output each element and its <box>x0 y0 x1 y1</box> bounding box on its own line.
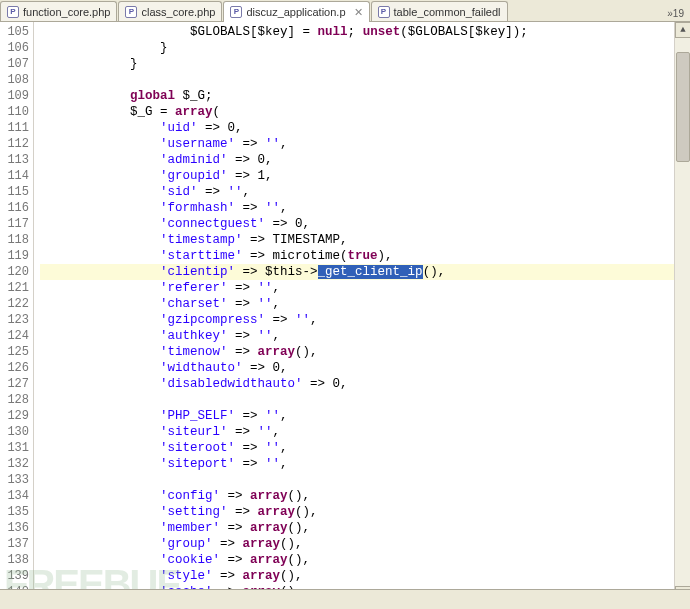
line-number: 116 <box>2 200 29 216</box>
code-line[interactable]: 'sid' => '', <box>40 184 690 200</box>
line-number: 113 <box>2 152 29 168</box>
code-line[interactable]: 'widthauto' => 0, <box>40 360 690 376</box>
code-line[interactable]: 'config' => array(), <box>40 488 690 504</box>
code-line[interactable] <box>40 392 690 408</box>
code-line[interactable]: 'connectguest' => 0, <box>40 216 690 232</box>
line-number: 122 <box>2 296 29 312</box>
code-line[interactable]: 'clientip' => $this->_get_client_ip(), <box>40 264 690 280</box>
selected-text[interactable]: _get_client_ip <box>318 265 423 279</box>
line-number: 125 <box>2 344 29 360</box>
line-number: 135 <box>2 504 29 520</box>
tab-class-core[interactable]: P class_core.php <box>118 1 222 21</box>
code-line[interactable]: $GLOBALS[$key] = null; unset($GLOBALS[$k… <box>40 24 690 40</box>
code-line[interactable]: 'username' => '', <box>40 136 690 152</box>
line-number: 139 <box>2 568 29 584</box>
code-line[interactable]: 'style' => array(), <box>40 568 690 584</box>
scrollbar-thumb[interactable] <box>676 52 690 162</box>
line-number: 105 <box>2 24 29 40</box>
code-area[interactable]: $GLOBALS[$key] = null; unset($GLOBALS[$k… <box>34 22 690 602</box>
line-number: 131 <box>2 440 29 456</box>
line-number-gutter: 1051061071081091101111121131141151161171… <box>0 22 34 602</box>
code-line[interactable]: 'group' => array(), <box>40 536 690 552</box>
scroll-up-icon[interactable]: ▲ <box>675 22 690 38</box>
line-number: 110 <box>2 104 29 120</box>
line-number: 112 <box>2 136 29 152</box>
code-line[interactable]: 'setting' => array(), <box>40 504 690 520</box>
line-number: 136 <box>2 520 29 536</box>
line-number: 134 <box>2 488 29 504</box>
line-number: 108 <box>2 72 29 88</box>
tab-label: function_core.php <box>23 6 110 18</box>
code-line[interactable]: 'starttime' => microtime(true), <box>40 248 690 264</box>
code-line[interactable]: global $_G; <box>40 88 690 104</box>
line-number: 128 <box>2 392 29 408</box>
php-file-icon: P <box>230 6 242 18</box>
line-number: 126 <box>2 360 29 376</box>
line-number: 118 <box>2 232 29 248</box>
code-line[interactable]: $_G = array( <box>40 104 690 120</box>
line-number: 132 <box>2 456 29 472</box>
vertical-scrollbar[interactable]: ▲ ▼ <box>674 22 690 602</box>
line-number: 127 <box>2 376 29 392</box>
code-line[interactable]: 'referer' => '', <box>40 280 690 296</box>
code-line[interactable]: 'siteport' => '', <box>40 456 690 472</box>
line-number: 115 <box>2 184 29 200</box>
code-line[interactable]: 'PHP_SELF' => '', <box>40 408 690 424</box>
code-line[interactable]: 'groupid' => 1, <box>40 168 690 184</box>
code-line[interactable]: 'timestamp' => TIMESTAMP, <box>40 232 690 248</box>
line-number: 123 <box>2 312 29 328</box>
code-line[interactable]: 'siteroot' => '', <box>40 440 690 456</box>
code-editor: 1051061071081091101111121131141151161171… <box>0 22 690 602</box>
tab-discuz-application[interactable]: P discuz_application.p ✕ <box>223 1 369 22</box>
code-line[interactable] <box>40 472 690 488</box>
line-number: 119 <box>2 248 29 264</box>
code-line[interactable]: } <box>40 40 690 56</box>
line-number: 124 <box>2 328 29 344</box>
php-file-icon: P <box>7 6 19 18</box>
line-number: 129 <box>2 408 29 424</box>
line-number: 138 <box>2 552 29 568</box>
line-number: 120 <box>2 264 29 280</box>
tab-label: discuz_application.p <box>246 6 345 18</box>
code-line[interactable]: 'timenow' => array(), <box>40 344 690 360</box>
code-line[interactable]: 'formhash' => '', <box>40 200 690 216</box>
code-line[interactable] <box>40 72 690 88</box>
status-bar <box>0 589 690 609</box>
code-line[interactable]: } <box>40 56 690 72</box>
php-file-icon: P <box>125 6 137 18</box>
code-line[interactable]: 'siteurl' => '', <box>40 424 690 440</box>
code-line[interactable]: 'disabledwidthauto' => 0, <box>40 376 690 392</box>
line-number: 114 <box>2 168 29 184</box>
tab-label: table_common_failedl <box>394 6 501 18</box>
line-number: 137 <box>2 536 29 552</box>
tab-label: class_core.php <box>141 6 215 18</box>
php-file-icon: P <box>378 6 390 18</box>
close-icon[interactable]: ✕ <box>354 6 363 19</box>
code-line[interactable]: 'adminid' => 0, <box>40 152 690 168</box>
code-line[interactable]: 'gzipcompress' => '', <box>40 312 690 328</box>
line-number: 106 <box>2 40 29 56</box>
tab-overflow-indicator[interactable]: »19 <box>661 6 690 21</box>
code-line[interactable]: 'uid' => 0, <box>40 120 690 136</box>
line-number: 130 <box>2 424 29 440</box>
tab-bar: P function_core.php P class_core.php P d… <box>0 0 690 22</box>
line-number: 107 <box>2 56 29 72</box>
tab-table-common-failedl[interactable]: P table_common_failedl <box>371 1 508 21</box>
code-line[interactable]: 'cookie' => array(), <box>40 552 690 568</box>
code-line[interactable]: 'charset' => '', <box>40 296 690 312</box>
line-number: 133 <box>2 472 29 488</box>
line-number: 111 <box>2 120 29 136</box>
line-number: 121 <box>2 280 29 296</box>
code-line[interactable]: 'member' => array(), <box>40 520 690 536</box>
tab-function-core[interactable]: P function_core.php <box>0 1 117 21</box>
code-line[interactable]: 'authkey' => '', <box>40 328 690 344</box>
line-number: 117 <box>2 216 29 232</box>
line-number: 109 <box>2 88 29 104</box>
